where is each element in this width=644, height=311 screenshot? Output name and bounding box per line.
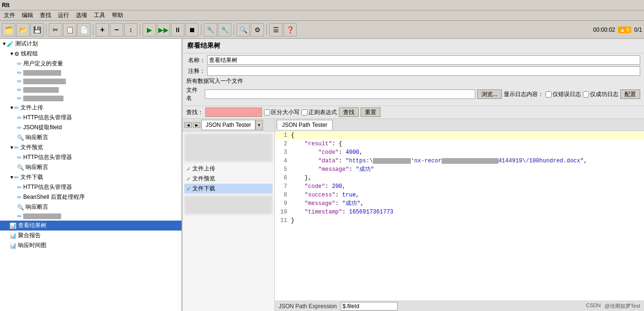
browse-btn[interactable]: 浏览... bbox=[477, 89, 502, 99]
menu-file[interactable]: 文件 bbox=[1, 10, 18, 20]
line-content-11: } bbox=[291, 216, 294, 225]
expand-download[interactable]: ▼ bbox=[9, 175, 14, 180]
tree-item-uservars[interactable]: ✏ 用户定义的变量 bbox=[0, 59, 181, 69]
icon-assert3: 🔍 bbox=[17, 204, 24, 211]
tree-item-response-time[interactable]: 📊 响应时间图 bbox=[0, 240, 181, 250]
line-content-10: "timestamp": 1656917361773 bbox=[291, 208, 393, 216]
regex-label[interactable]: 正则表达式 bbox=[301, 108, 337, 116]
toolbar-open-btn[interactable]: 📂 bbox=[16, 23, 29, 36]
success-checkbox[interactable] bbox=[583, 91, 589, 98]
icon-blurred3: ✏ bbox=[17, 87, 22, 93]
success-checkbox-label[interactable]: 仅成功日志 bbox=[583, 90, 618, 98]
tree-item-http1[interactable]: ✏ HTTP信息头管理器 bbox=[0, 113, 181, 123]
tree-item-blurred4[interactable]: ✏ bbox=[0, 94, 181, 103]
toolbar-stop-btn[interactable]: ⏹ bbox=[185, 23, 199, 36]
case-sensitive-label[interactable]: 区分大小写 bbox=[264, 108, 299, 116]
expand-threadgroup[interactable]: ▼ bbox=[9, 51, 14, 56]
tree-item-preview[interactable]: ▼ ✏ 文件预览 bbox=[0, 142, 181, 152]
name-input[interactable] bbox=[207, 55, 640, 65]
tree-item-view-results[interactable]: 📊 查看结果树 bbox=[0, 221, 181, 231]
toolbar-cut-btn[interactable]: ✂ bbox=[49, 23, 62, 36]
tree-item-http3[interactable]: ✏ HTTP信息头管理器 bbox=[0, 182, 181, 192]
expand-upload[interactable]: ▼ bbox=[9, 105, 14, 110]
line-content-3: "code": 4000, bbox=[291, 148, 363, 157]
toolbar-add-btn[interactable]: + bbox=[96, 23, 109, 36]
toolbar-run-btn[interactable]: ▶ bbox=[143, 23, 156, 36]
tree-item-blurred1[interactable]: ✏ bbox=[0, 69, 181, 77]
case-sensitive-checkbox[interactable] bbox=[264, 109, 270, 116]
toolbar-pause-btn[interactable]: ⏸ bbox=[171, 23, 184, 36]
tree-item-blurred3[interactable]: ✏ bbox=[0, 86, 181, 94]
tree-item-agg-report[interactable]: 📊 聚合报告 bbox=[0, 231, 181, 240]
separator-4 bbox=[201, 24, 201, 36]
check-download: ✓ bbox=[186, 186, 191, 192]
label-assert3: 响应断言 bbox=[26, 203, 48, 211]
search-label: 查找： bbox=[186, 108, 203, 116]
tree-item-assert3[interactable]: 🔍 响应断言 bbox=[0, 202, 181, 212]
find-btn[interactable]: 查找 bbox=[339, 107, 359, 117]
icon-threadgroup: ⚙ bbox=[14, 51, 19, 57]
tree-item-assert1[interactable]: 🔍 响应断言 bbox=[0, 133, 181, 142]
expand-preview[interactable]: ▼ bbox=[9, 145, 14, 150]
errors-checkbox-label[interactable]: 仅错误日志 bbox=[545, 90, 581, 98]
toolbar-save-btn[interactable]: 💾 bbox=[30, 23, 44, 36]
toolbar-new-btn[interactable]: 🗂️ bbox=[2, 23, 15, 36]
toolbar-settings-btn[interactable]: ⚙ bbox=[251, 23, 264, 36]
config-btn[interactable]: 配置 bbox=[620, 89, 640, 99]
name-label: 名称： bbox=[186, 56, 205, 64]
toolbar-remote2-btn[interactable]: 🔧 bbox=[218, 23, 231, 36]
toolbar-copy-btn[interactable]: 📋 bbox=[63, 23, 76, 36]
tree-item-root[interactable]: ▼ 🧪 测试计划 bbox=[0, 39, 181, 49]
tree-item-beanshell[interactable]: ✏ BeanShell 后置处理程序 bbox=[0, 192, 181, 202]
result-item-upload[interactable]: ✓ 文件上传 bbox=[184, 164, 272, 174]
tree-item-upload[interactable]: ▼ ✏ 文件上传 bbox=[0, 103, 181, 113]
tree-item-json-extract[interactable]: ✏ JSON提取fileId bbox=[0, 123, 181, 133]
menu-run[interactable]: 运行 bbox=[55, 10, 72, 20]
blurred-tree-nodes bbox=[184, 133, 272, 162]
tree-item-blurred5[interactable]: ✏ bbox=[0, 212, 181, 221]
json-editor-tab[interactable]: JSON Path Tester bbox=[277, 120, 333, 130]
tree-item-threadgroup[interactable]: ▼ ⚙ 线程组 bbox=[0, 49, 181, 59]
tree-item-download[interactable]: ▼ ✏ 文件下载 bbox=[0, 172, 181, 182]
toolbar-remote-btn[interactable]: 🔧 bbox=[204, 23, 217, 36]
json-line-9: 9 "message": "成功", bbox=[275, 199, 644, 208]
errors-label: 仅错误日志 bbox=[553, 90, 581, 98]
tab-dropdown-btn[interactable]: ▼ bbox=[255, 120, 263, 130]
expression-input[interactable] bbox=[341, 302, 398, 311]
json-line-11: 11 } bbox=[275, 216, 644, 225]
separator-1 bbox=[46, 24, 46, 36]
toolbar-list-btn[interactable]: ☰ bbox=[269, 23, 282, 36]
menu-edit[interactable]: 编辑 bbox=[19, 10, 36, 20]
regex-checkbox[interactable] bbox=[301, 109, 308, 116]
tree-item-blurred2[interactable]: ✏ bbox=[0, 77, 181, 86]
search-input[interactable] bbox=[205, 107, 262, 117]
errors-checkbox[interactable] bbox=[545, 91, 552, 98]
json-tester-left-tab[interactable]: JSON Path Tester bbox=[201, 120, 255, 130]
scroll-arrows: ◀ ▶ bbox=[183, 121, 201, 129]
icon-http2: ✏ bbox=[17, 154, 22, 161]
toolbar-paste-btn[interactable]: 📄 bbox=[77, 23, 91, 36]
toolbar: 🗂️ 📂 💾 ✂ 📋 📄 + − ↕ ▶ ▶▶ ⏸ ⏹ 🔧 🔧 🔍 ⚙ ☰ ❓ … bbox=[0, 21, 644, 39]
scroll-right-arrow[interactable]: ▶ bbox=[193, 122, 200, 128]
log-options: 显示日志内容： 仅错误日志 仅成功日志 配置 bbox=[504, 89, 640, 99]
menu-options[interactable]: 选项 bbox=[73, 10, 90, 20]
tree-item-assert2[interactable]: 🔍 响应断言 bbox=[0, 162, 181, 172]
json-editor: JSON Path Tester 1 { 2 "result": { bbox=[275, 119, 644, 311]
toolbar-remove-btn[interactable]: − bbox=[110, 23, 123, 36]
file-input[interactable] bbox=[205, 89, 475, 99]
toolbar-run-all-btn[interactable]: ▶▶ bbox=[157, 23, 170, 36]
icon-json: ✏ bbox=[17, 124, 22, 131]
result-item-preview[interactable]: ✓ 文件预览 bbox=[184, 174, 272, 184]
comment-input[interactable] bbox=[207, 66, 640, 76]
toolbar-swap-btn[interactable]: ↕ bbox=[124, 23, 137, 36]
tree-item-http2[interactable]: ✏ HTTP信息头管理器 bbox=[0, 152, 181, 162]
scroll-left-arrow[interactable]: ◀ bbox=[184, 122, 192, 128]
expand-root[interactable]: ▼ bbox=[2, 41, 7, 46]
menu-tools[interactable]: 工具 bbox=[91, 10, 108, 20]
menu-search[interactable]: 查找 bbox=[37, 10, 54, 20]
reset-btn[interactable]: 重置 bbox=[361, 107, 381, 117]
result-item-download[interactable]: ✓ 文件下载 bbox=[184, 184, 272, 194]
toolbar-help-btn[interactable]: ❓ bbox=[283, 23, 297, 36]
toolbar-search-btn[interactable]: 🔍 bbox=[236, 23, 250, 36]
menu-help[interactable]: 帮助 bbox=[109, 10, 126, 20]
